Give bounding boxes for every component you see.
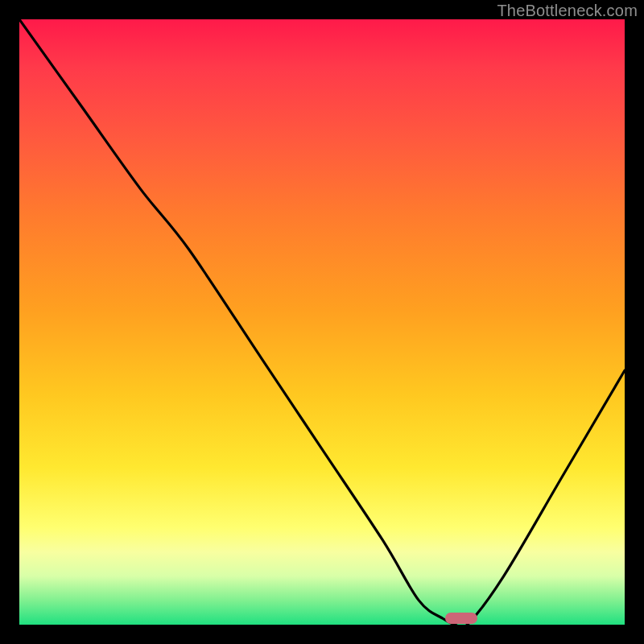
bottleneck-curve: [19, 19, 625, 625]
curve-svg: [19, 19, 625, 625]
chart-frame: TheBottleneck.com: [0, 0, 644, 644]
optimal-marker: [445, 613, 477, 624]
watermark-text: TheBottleneck.com: [497, 2, 638, 20]
plot-area: [19, 19, 625, 625]
